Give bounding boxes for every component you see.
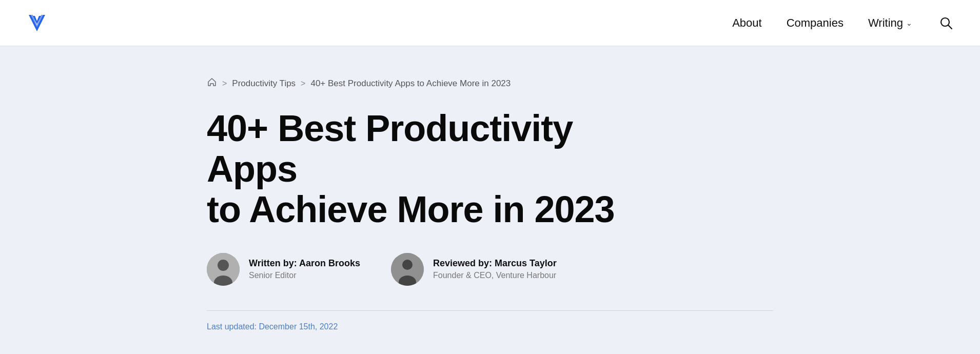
logo-area[interactable]	[25, 11, 49, 35]
nav-writing[interactable]: Writing ⌄	[868, 16, 912, 30]
author-avatar-writer	[207, 253, 240, 286]
main-nav: About Companies Writing ⌄	[732, 14, 955, 32]
svg-point-6	[218, 260, 229, 271]
author-info-reviewer: Reviewed by: Marcus Taylor Founder & CEO…	[433, 258, 557, 280]
site-header: About Companies Writing ⌄	[0, 0, 980, 46]
authors-row: Written by: Aaron Brooks Senior Editor	[207, 253, 773, 286]
nav-about[interactable]: About	[732, 16, 762, 30]
breadcrumb-separator-2: >	[301, 79, 305, 88]
author-info-writer: Written by: Aaron Brooks Senior Editor	[249, 258, 360, 280]
author-writer-role: Senior Editor	[249, 271, 360, 280]
author-reviewer-role: Founder & CEO, Venture Harbour	[433, 271, 557, 280]
page-wrapper: About Companies Writing ⌄	[0, 0, 980, 354]
author-card-writer: Written by: Aaron Brooks Senior Editor	[207, 253, 360, 286]
svg-point-9	[402, 260, 413, 270]
breadcrumb-current: 40+ Best Productivity Apps to Achieve Mo…	[310, 78, 511, 89]
main-content: > Productivity Tips > 40+ Best Productiv…	[182, 46, 798, 352]
svg-line-4	[949, 25, 952, 29]
breadcrumb-separator-1: >	[222, 79, 227, 88]
page-title: 40+ Best Productivity Apps to Achieve Mo…	[207, 108, 628, 230]
last-updated-text: Last updated: December 15th, 2022	[207, 322, 338, 331]
breadcrumb: > Productivity Tips > 40+ Best Productiv…	[207, 77, 773, 90]
author-reviewed-by: Reviewed by: Marcus Taylor	[433, 258, 557, 269]
search-button[interactable]	[937, 14, 955, 32]
last-updated-section: Last updated: December 15th, 2022	[207, 310, 773, 331]
search-icon	[939, 16, 953, 30]
author-card-reviewer: Reviewed by: Marcus Taylor Founder & CEO…	[391, 253, 557, 286]
author-written-by: Written by: Aaron Brooks	[249, 258, 360, 269]
chevron-down-icon: ⌄	[906, 19, 912, 27]
home-icon[interactable]	[207, 77, 217, 90]
author-avatar-reviewer	[391, 253, 424, 286]
svg-point-3	[941, 18, 949, 26]
nav-companies[interactable]: Companies	[787, 16, 844, 30]
logo-icon	[25, 11, 49, 35]
breadcrumb-category[interactable]: Productivity Tips	[232, 78, 296, 89]
